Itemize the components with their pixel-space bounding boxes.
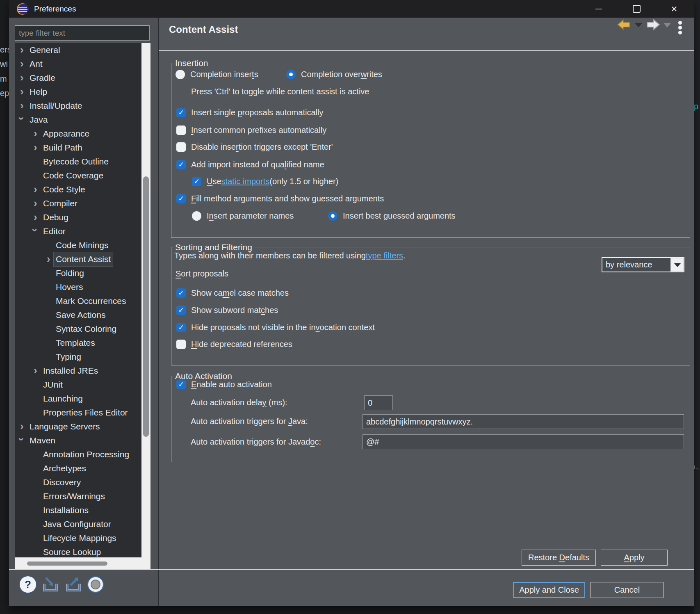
chevron-expanded-icon[interactable]: › bbox=[16, 438, 27, 441]
chevron-down-icon[interactable] bbox=[670, 258, 684, 272]
tree-item[interactable]: ›Appearance bbox=[15, 127, 150, 141]
checkbox-unchecked-icon[interactable] bbox=[176, 126, 186, 135]
tree-item[interactable]: Mark Occurrences bbox=[15, 294, 150, 308]
tree-item[interactable]: Errors/Warnings bbox=[15, 489, 150, 503]
back-history-dropdown-icon[interactable] bbox=[635, 23, 642, 27]
checkbox-checked-icon[interactable] bbox=[176, 108, 186, 117]
tree-horizontal-scrollbar[interactable] bbox=[15, 557, 150, 570]
radio-off-icon[interactable] bbox=[192, 211, 201, 221]
tree-item[interactable]: Source Lookup bbox=[15, 545, 150, 559]
chevron-collapsed-icon[interactable]: › bbox=[20, 86, 24, 97]
view-menu-icon[interactable] bbox=[678, 20, 682, 36]
checkbox-checked-icon[interactable] bbox=[176, 306, 186, 315]
disable-insertion-triggers-option[interactable]: Disable insertion triggers except 'Enter… bbox=[176, 139, 333, 155]
chevron-collapsed-icon[interactable]: › bbox=[34, 142, 37, 153]
checkbox-checked-icon[interactable] bbox=[176, 380, 186, 389]
tree-item[interactable]: ›Help bbox=[15, 85, 150, 99]
enable-auto-activation-option[interactable]: Enable auto activation bbox=[176, 377, 272, 392]
restore-defaults-button[interactable]: Restore Defaults bbox=[522, 550, 596, 566]
static-imports-link[interactable]: static imports bbox=[221, 177, 270, 186]
checkbox-checked-icon[interactable] bbox=[176, 288, 186, 298]
type-filters-link[interactable]: type filters bbox=[366, 251, 403, 260]
tree-item[interactable]: ›Gradle bbox=[15, 71, 150, 85]
checkbox-unchecked-icon[interactable] bbox=[176, 142, 186, 152]
checkbox-checked-icon[interactable] bbox=[176, 160, 186, 169]
hide-proposals-option[interactable]: Hide proposals not visible in the invoca… bbox=[176, 320, 375, 335]
export-preferences-icon[interactable] bbox=[65, 576, 82, 593]
tree-item[interactable]: ›General bbox=[15, 43, 150, 57]
triggers-javadoc-field[interactable] bbox=[363, 434, 684, 449]
tree-item[interactable]: Syntax Coloring bbox=[15, 322, 150, 336]
chevron-collapsed-icon[interactable]: › bbox=[20, 421, 24, 431]
import-preferences-icon[interactable] bbox=[42, 576, 59, 593]
tree-item[interactable]: ›Content Assist bbox=[15, 252, 150, 266]
forward-history-dropdown-icon[interactable] bbox=[664, 23, 671, 27]
show-camel-case-option[interactable]: Show camel case matches bbox=[176, 285, 289, 301]
tree-item[interactable]: Bytecode Outline bbox=[15, 155, 150, 169]
chevron-expanded-icon[interactable]: › bbox=[30, 228, 41, 232]
help-icon[interactable]: ? bbox=[20, 576, 36, 593]
radio-on-icon[interactable] bbox=[328, 211, 337, 221]
cancel-button[interactable]: Cancel bbox=[591, 582, 664, 598]
chevron-collapsed-icon[interactable]: › bbox=[34, 128, 37, 139]
tree-item[interactable]: ›Installed JREs bbox=[15, 364, 150, 378]
apply-button[interactable]: Apply bbox=[601, 550, 668, 566]
tree-item[interactable]: Archetypes bbox=[15, 461, 150, 475]
radio-on-icon[interactable] bbox=[286, 70, 296, 79]
show-subword-option[interactable]: Show subword matches bbox=[176, 302, 278, 318]
minimize-button[interactable] bbox=[586, 0, 611, 18]
maximize-button[interactable] bbox=[624, 0, 649, 18]
hide-deprecated-option[interactable]: Hide deprecated references bbox=[176, 336, 292, 352]
scrollbar-thumb[interactable] bbox=[27, 562, 107, 566]
filter-input[interactable] bbox=[15, 25, 150, 41]
tree-item[interactable]: JUnit bbox=[15, 378, 150, 392]
use-static-imports-option[interactable]: Use static imports (only 1.5 or higher) bbox=[192, 173, 338, 189]
close-button[interactable]: ✕ bbox=[661, 0, 687, 18]
completion-inserts-option[interactable]: Completion inserts bbox=[176, 66, 258, 82]
tree-item[interactable]: Templates bbox=[15, 336, 150, 350]
tree-item[interactable]: ›Code Style bbox=[15, 183, 150, 196]
insert-single-proposals-option[interactable]: Insert single proposals automatically bbox=[176, 105, 323, 120]
chevron-collapsed-icon[interactable]: › bbox=[34, 184, 37, 194]
forward-arrow-icon[interactable] bbox=[646, 18, 660, 31]
tree-item[interactable]: Folding bbox=[15, 266, 150, 280]
tree-item[interactable]: Properties Files Editor bbox=[15, 406, 150, 420]
checkbox-checked-icon[interactable] bbox=[176, 194, 186, 203]
tree-item[interactable]: ›Editor bbox=[15, 224, 150, 238]
tree-item[interactable]: Lifecycle Mappings bbox=[15, 531, 150, 545]
tree-item[interactable]: Code Coverage bbox=[15, 169, 150, 183]
tree-item[interactable]: Hovers bbox=[15, 280, 150, 294]
fill-method-arguments-option[interactable]: Fill method arguments and show guessed a… bbox=[176, 191, 384, 206]
checkbox-checked-icon[interactable] bbox=[176, 323, 186, 332]
tree-item[interactable]: Installations bbox=[15, 503, 150, 517]
tree-item[interactable]: Code Minings bbox=[15, 238, 150, 252]
sort-order-select[interactable]: by relevance bbox=[602, 257, 684, 272]
tree-item[interactable]: ›Compiler bbox=[15, 196, 150, 210]
checkbox-unchecked-icon[interactable] bbox=[176, 340, 186, 349]
tree-vertical-scrollbar[interactable] bbox=[141, 43, 150, 561]
scrollbar-thumb[interactable] bbox=[143, 176, 149, 437]
tree-item[interactable]: Discovery bbox=[15, 475, 150, 489]
chevron-collapsed-icon[interactable]: › bbox=[34, 365, 37, 376]
tree-item[interactable]: Typing bbox=[15, 350, 150, 364]
apply-and-close-button[interactable]: Apply and Close bbox=[513, 582, 585, 598]
checkbox-checked-icon[interactable] bbox=[192, 177, 201, 186]
chevron-collapsed-icon[interactable]: › bbox=[20, 44, 24, 55]
sidebar-divider[interactable] bbox=[158, 18, 159, 606]
tree-item[interactable]: ›Java bbox=[15, 113, 150, 127]
chevron-collapsed-icon[interactable]: › bbox=[34, 198, 37, 208]
insert-parameter-names-option[interactable]: Insert parameter names bbox=[192, 208, 294, 224]
chevron-collapsed-icon[interactable]: › bbox=[34, 212, 37, 222]
tree-item[interactable]: ›Maven bbox=[15, 434, 150, 447]
back-arrow-icon[interactable] bbox=[617, 18, 631, 31]
auto-activation-delay-field[interactable] bbox=[364, 395, 393, 410]
triggers-java-field[interactable] bbox=[363, 414, 684, 429]
tree-item[interactable]: ›Build Path bbox=[15, 141, 150, 155]
tree-item[interactable]: Save Actions bbox=[15, 308, 150, 322]
radio-off-icon[interactable] bbox=[176, 70, 185, 79]
tree-item[interactable]: Annotation Processing bbox=[15, 447, 150, 461]
insert-common-prefixes-option[interactable]: Insert common prefixes automatically bbox=[176, 122, 326, 138]
title-bar[interactable]: Preferences ✕ bbox=[9, 0, 694, 18]
tree-item[interactable]: ›Ant bbox=[15, 57, 150, 71]
tree-item[interactable]: Java Configurator bbox=[15, 517, 150, 531]
